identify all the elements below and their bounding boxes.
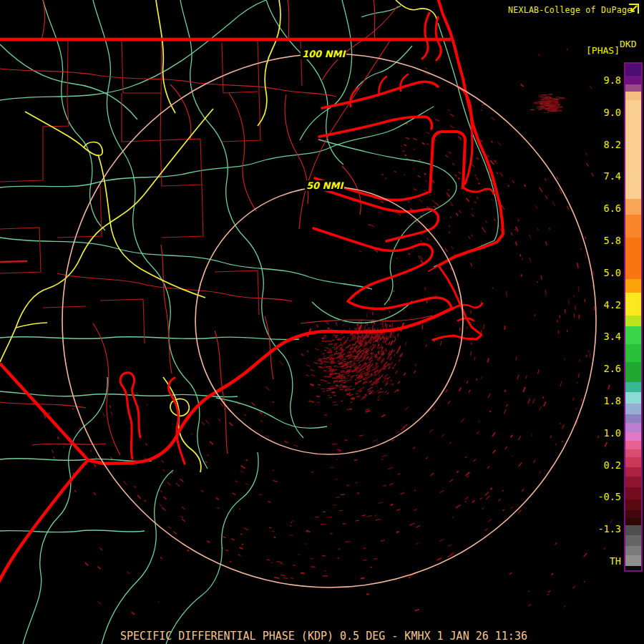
colorbar-segment xyxy=(625,382,641,392)
colorbar-tick-label: 5.8 xyxy=(585,235,621,246)
colorbar-segment xyxy=(625,518,641,525)
colorbar-tick-label: -1.3 xyxy=(585,523,621,535)
footer-product-title: SPECIFIC DIFFERENTIAL PHASE (KDP) 0.5 DE… xyxy=(120,630,527,643)
colorbar-segment xyxy=(625,525,641,535)
colorbar-segment xyxy=(625,215,641,238)
colorbar-tick-label: 1.8 xyxy=(585,395,621,406)
colorbar-segment xyxy=(625,92,641,100)
colorbar-tick-label: 5.0 xyxy=(585,267,621,278)
colorbar-segment xyxy=(625,326,641,344)
colorbar-segment xyxy=(625,487,641,499)
colorbar-segment xyxy=(625,423,641,432)
colorbar-tick-label: 3.4 xyxy=(585,331,621,342)
colorbar-segment xyxy=(625,100,641,199)
range-ring-label-100nmi: 100 NMI xyxy=(301,49,346,59)
colorbar-segment xyxy=(625,362,641,382)
colorbar-segment xyxy=(625,467,641,477)
product-units-label: [PHAS] xyxy=(586,45,620,56)
colorbar-segment xyxy=(625,76,641,84)
colorbar-segment xyxy=(625,546,641,555)
colorbar xyxy=(624,62,643,572)
colorbar-tick-label: 1.0 xyxy=(585,427,621,439)
colorbar-segment xyxy=(625,566,641,570)
colorbar-segment xyxy=(625,432,641,441)
colorbar-segment xyxy=(625,449,641,457)
header-title: NEXLAB-College of DuPage xyxy=(508,5,632,15)
colorbar-segment xyxy=(625,510,641,518)
colorbar-tick-label: 9.8 xyxy=(585,74,621,86)
colorbar-tick-label: 6.6 xyxy=(585,203,621,214)
radar-display: NEXLAB-College of DuPage DKD [PHAS] 100 … xyxy=(0,0,644,644)
colorbar-segment xyxy=(625,293,641,316)
colorbar-segment xyxy=(625,84,641,92)
product-code-label: DKD xyxy=(620,39,636,49)
colorbar-tick-label: TH xyxy=(585,555,621,567)
colorbar-segment xyxy=(625,238,641,279)
colorbar-tick-label: 2.6 xyxy=(585,363,621,374)
colorbar-segment xyxy=(625,316,641,326)
colorbar-tick-label: 8.2 xyxy=(585,139,621,150)
colorbar-segment xyxy=(625,535,641,546)
colorbar-segment xyxy=(625,555,641,566)
colorbar-segment xyxy=(625,404,641,414)
colorbar-segment xyxy=(625,392,641,404)
colorbar-segment xyxy=(625,64,641,76)
arrow-box-icon xyxy=(628,3,640,16)
colorbar-segment xyxy=(625,499,641,510)
colorbar-segment xyxy=(625,414,641,423)
colorbar-tick-label: -0.5 xyxy=(585,491,621,502)
colorbar-segment xyxy=(625,457,641,467)
colorbar-tick-label: 4.2 xyxy=(585,299,621,311)
colorbar-segment xyxy=(625,477,641,487)
colorbar-tick-label: 7.4 xyxy=(585,170,621,182)
colorbar-segment xyxy=(625,279,641,293)
radar-map xyxy=(0,0,644,644)
colorbar-segment xyxy=(625,344,641,362)
range-ring-label-50nmi: 50 NMI xyxy=(305,180,344,191)
colorbar-tick-label: 0.2 xyxy=(585,459,621,471)
colorbar-tick-label: 9.0 xyxy=(585,107,621,118)
colorbar-segment xyxy=(625,441,641,449)
colorbar-segment xyxy=(625,199,641,215)
